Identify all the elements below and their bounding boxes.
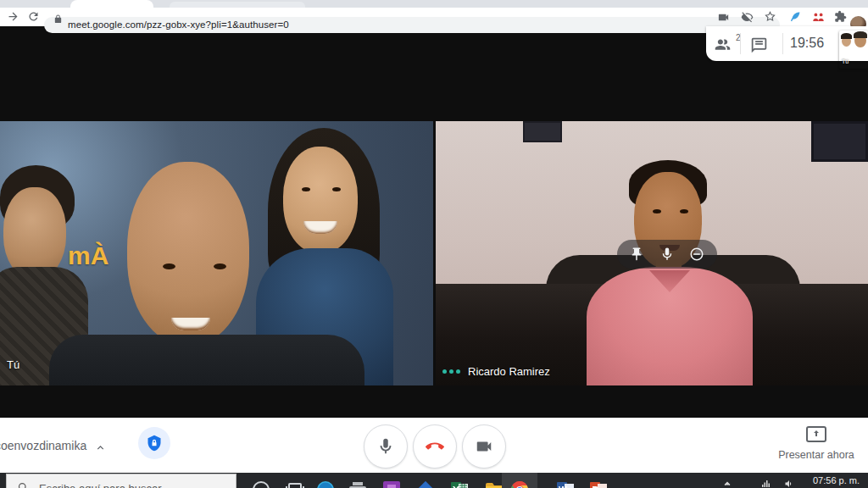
search-placeholder: Escribe aquí para buscar (39, 482, 162, 488)
bookmark-star-icon[interactable] (764, 10, 776, 23)
tile-hover-controls (617, 240, 717, 269)
present-now-button[interactable]: Presentar ahora (765, 424, 867, 469)
active-tab[interactable] (70, 0, 153, 8)
camera-button[interactable] (462, 424, 506, 469)
windows-taskbar: Escribe aquí para buscar (0, 473, 868, 488)
mute-mic-icon[interactable] (659, 247, 675, 262)
search-icon (17, 481, 30, 488)
panel-divider (782, 33, 783, 54)
thumb-hair (841, 33, 852, 39)
person-center-body (49, 335, 364, 385)
picture-frame (523, 121, 562, 142)
cortana-icon[interactable] (251, 480, 271, 488)
audio-activity-dots (442, 369, 460, 374)
lock-icon (53, 12, 63, 21)
remote-name-label: Ricardo Ramirez (468, 365, 550, 378)
present-now-label: Presentar ahora (765, 449, 867, 461)
remove-participant-icon[interactable] (689, 247, 704, 262)
taskbar-search-box[interactable]: Escribe aquí para buscar (6, 474, 236, 488)
edge-icon[interactable] (315, 480, 336, 488)
chrome-icon[interactable] (509, 480, 530, 488)
background-logo-text: mÀ (68, 241, 108, 270)
eye (653, 209, 661, 214)
meet-window: meet.google.com/pzz-gobx-xye?pli=1&authu… (0, 0, 868, 488)
meet-control-bar: coenvozdinamika Presentar ahora (0, 418, 868, 473)
inactive-tab[interactable] (170, 2, 305, 8)
powerpoint-icon[interactable] (588, 480, 609, 488)
thumb-self-label: Tú (842, 58, 849, 64)
taskbar-clock[interactable]: 07:56 p. m. (813, 475, 860, 485)
extension-red-icon[interactable] (812, 11, 825, 24)
blue-diamond-icon[interactable] (415, 480, 436, 488)
eye (302, 187, 310, 191)
chat-icon[interactable] (750, 36, 768, 54)
person-left-face (3, 187, 66, 279)
network-icon[interactable] (761, 477, 771, 487)
meeting-name[interactable]: coenvozdinamika (0, 439, 86, 452)
eye (163, 263, 175, 269)
picture-frame (811, 121, 868, 162)
browser-toolbar: meet.google.com/pzz-gobx-xye?pli=1&authu… (0, 8, 868, 26)
eye-hidden-icon[interactable] (741, 11, 754, 24)
self-view-thumbnail[interactable]: Tú (839, 30, 868, 69)
hangup-button[interactable] (413, 424, 457, 469)
chevron-up-icon[interactable] (95, 441, 106, 452)
pin-icon[interactable] (629, 247, 644, 262)
eye (680, 209, 688, 214)
reload-icon[interactable] (27, 10, 40, 23)
tray-chevron-up-icon[interactable] (722, 477, 732, 487)
extension-feather-icon[interactable] (789, 10, 802, 23)
word-icon[interactable] (555, 480, 576, 488)
eye (214, 263, 226, 269)
url-text[interactable]: meet.google.com/pzz-gobx-xye?pli=1&authu… (68, 19, 289, 30)
forward-icon[interactable] (7, 10, 19, 23)
extensions-puzzle-icon[interactable] (834, 10, 847, 23)
meeting-safe-shield-icon[interactable] (138, 427, 170, 459)
microphone-button[interactable] (364, 424, 408, 469)
volume-icon[interactable] (784, 477, 794, 487)
camera-permission-icon[interactable] (717, 11, 730, 24)
eye (332, 187, 341, 191)
video-tile-self[interactable]: mÀ Tú (0, 121, 433, 385)
printer-icon[interactable] (348, 480, 368, 488)
meeting-clock: 19:56 (790, 36, 824, 51)
purple-app-icon[interactable] (381, 480, 402, 488)
video-tile-remote[interactable]: Ricardo Ramirez (436, 121, 868, 385)
tab-strip (0, 0, 868, 8)
present-screen-icon (806, 426, 826, 442)
panel-divider (740, 33, 741, 54)
thumb-hair (854, 31, 867, 38)
excel-icon[interactable] (449, 480, 470, 488)
participants-icon[interactable]: 2 (714, 36, 732, 53)
task-view-icon[interactable] (285, 480, 305, 488)
self-tile-label: Tú (7, 358, 19, 371)
person-right-face (283, 147, 358, 253)
